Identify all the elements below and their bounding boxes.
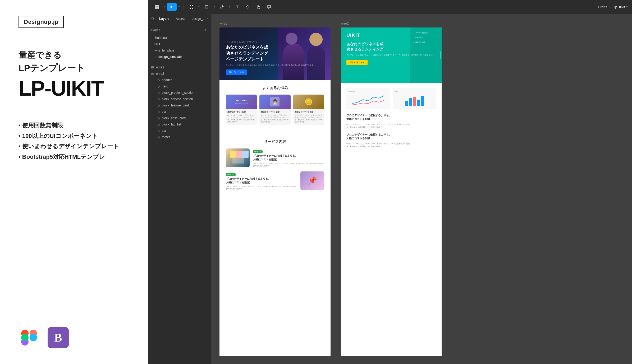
- chart-2: Data: [393, 88, 436, 109]
- card-1-desc: LPテンプレートには、デザインやレイアウトテンプレートに合わせていただき、初心者…: [227, 114, 255, 123]
- feature-item-2: • 100以上のUIコンポーネント: [19, 131, 130, 141]
- tab-layers[interactable]: Layers: [157, 16, 172, 22]
- left-panel: Designup.jp 量産できる LPテンプレート LP-UIKIT • 使用…: [0, 0, 148, 364]
- main-content: Layers Assets design_t... ▾ Pages + thum…: [148, 14, 632, 364]
- frame-wire2-label: wire2: [341, 22, 442, 25]
- layer-block-service[interactable]: ◇ block_service_section: [148, 96, 211, 102]
- tool-components[interactable]: [243, 3, 253, 11]
- svg-point-4: [30, 334, 37, 341]
- page-design-template[interactable]: ✓ design_template: [151, 54, 208, 60]
- wire1-card-3: 🪙 最適なターゲット設定 LPテンプレートには、デザインやレイアウトテンプレート…: [293, 95, 324, 125]
- layer-block-faq[interactable]: ◇ block_faq_list: [148, 121, 211, 128]
- tool-shape[interactable]: [202, 3, 211, 11]
- chart-1: Analytics: [346, 88, 390, 109]
- feature-item-1: • 使用回数無制限: [19, 120, 130, 131]
- tool-move[interactable]: [167, 3, 177, 11]
- design-t-chevron: ▾: [207, 17, 209, 20]
- wire2-section-desc-2: LPテンプレートには、デザインやレイアウトテンプレートに合わせていただ き、初心…: [346, 142, 436, 148]
- headline-underline-text: 量産できる: [19, 49, 62, 61]
- headline-area: 量産できる LPテンプレート LP-UIKIT: [19, 49, 130, 110]
- tool-pen-chevron[interactable]: ▾: [228, 3, 231, 11]
- page-wire-template[interactable]: wire_template: [151, 47, 208, 54]
- pages-label: Pages: [151, 28, 160, 31]
- wire1-hero-content: HTML&CSS BASE TEMPLATE あなたのビジネスを成功させるランデ…: [226, 41, 315, 75]
- page-thumbnail[interactable]: thumbnail: [151, 35, 208, 41]
- badges-row: B: [19, 327, 130, 348]
- svg-rect-5: [155, 5, 157, 7]
- tool-group-main: ▾: [152, 3, 166, 11]
- layer-block-feature[interactable]: ◇ block_feature_card: [148, 102, 211, 109]
- svg-point-19: [152, 17, 154, 19]
- tool-text[interactable]: T: [232, 3, 242, 11]
- svg-rect-12: [193, 5, 193, 6]
- svg-rect-14: [190, 8, 190, 9]
- canvas-area[interactable]: wire1: [212, 14, 632, 364]
- layer-block-case[interactable]: ◇ block_case_card: [148, 115, 211, 121]
- tool-comment[interactable]: [264, 3, 274, 11]
- wire1-cards-grid: ROLUTIVES 最適なターゲット設定 最適なターゲット設定 LPテンプレート…: [226, 95, 324, 125]
- sidebar: Layers Assets design_t... ▾ Pages + thum…: [148, 14, 212, 364]
- diamond-icon-10: ◇: [158, 136, 160, 139]
- svg-rect-24: [417, 100, 420, 106]
- svg-rect-22: [409, 98, 412, 106]
- svg-rect-25: [421, 96, 424, 106]
- layer-header[interactable]: ◇ header: [148, 77, 211, 83]
- pages-add-button[interactable]: +: [203, 27, 208, 32]
- page-check-icon: ✓: [154, 55, 157, 59]
- tool-shape-chevron[interactable]: ▾: [212, 3, 216, 11]
- diamond-icon-6: ◇: [158, 110, 160, 114]
- pages-header: Pages +: [151, 27, 208, 32]
- wire2-hero-btn[interactable]: 詳しくはこちら: [346, 60, 368, 65]
- svg-rect-3: [21, 334, 29, 341]
- hero-badge: HTML&CSS BASE TEMPLATE: [226, 41, 315, 43]
- layer-cta-2[interactable]: ◇ cta: [148, 128, 211, 134]
- service-img-1: [226, 148, 250, 167]
- layers-section: wire1 wire2 ◇ header ◇ hero: [148, 62, 211, 364]
- card-2-desc: LPテンプレートには、デザインやレイアウトテンプレートに合わせていただき、初心者…: [261, 114, 289, 123]
- separator-1: [184, 4, 184, 10]
- card-2-title: 最適なターゲット設定: [261, 111, 289, 113]
- layer-block-problem[interactable]: ◇ block_problem_section: [148, 90, 211, 96]
- svg-rect-8: [157, 7, 159, 9]
- svg-rect-23: [413, 97, 416, 106]
- wire2-section-title: プロのデザイナーに依頼するよりも、大幅にコストを削減: [346, 114, 436, 121]
- feature-item-4: • Bootstrap5対応HTMLテンプレ: [19, 152, 130, 162]
- wire2-hero-desc: テンプレートに依頼するよりも大幅にコストを節減できることで、初心者でも高品質なL…: [346, 54, 436, 57]
- wire1-hero-desc: テンプレートに依頼するよりも大幅にコストを節減できることで、初心者でも高品質なL…: [226, 64, 315, 67]
- diamond-icon-3: ◇: [158, 91, 160, 95]
- sidebar-tabs: Layers Assets design_t... ▾: [148, 14, 211, 24]
- tool-grid-chevron[interactable]: ▾: [162, 3, 166, 11]
- toolbar-breadcrumb: Drafts / lp_uikit ▾: [598, 5, 628, 9]
- wire2-section-title-2: プロのデザイナーに依頼するよりも、大幅にコストを削減: [346, 133, 436, 140]
- frame-wire1-label: wire1: [219, 22, 331, 25]
- wire2-charts-row: Analytics Data: [346, 88, 436, 109]
- tool-pen[interactable]: [217, 3, 227, 11]
- svg-line-20: [153, 19, 154, 20]
- wire1-hero-btn[interactable]: 詳しくはこちら: [226, 69, 247, 75]
- wire1-card-2: 👨‍💼 最適なターゲット設定 LPテンプレートには、デザインやレイアウトテンプレ…: [259, 95, 290, 125]
- layer-wire1[interactable]: wire1: [148, 64, 211, 71]
- layer-wire2[interactable]: wire2: [148, 71, 211, 77]
- tool-frame[interactable]: [186, 3, 196, 11]
- service-1-title: プロのデザイナーに依頼するよりも、大幅にコストを削減: [253, 154, 324, 161]
- brand-name: LP-UIKIT: [19, 78, 130, 99]
- tool-grid[interactable]: [152, 3, 162, 11]
- features-list: • 使用回数無制限 • 100以上のUIコンポーネント • 使いまわせるデザイン…: [19, 120, 130, 162]
- frame-wire2: UIKIT あなたのビジネスを成功させるランディング テンプレートに依頼するより…: [341, 27, 442, 356]
- page-uikit[interactable]: uikit: [151, 41, 208, 47]
- line-chart-svg: [349, 93, 388, 106]
- figma-app: ▾ ▾ ▾ ▾ ▾ T: [148, 0, 632, 364]
- tool-move-chevron[interactable]: ▾: [177, 3, 181, 11]
- frames-row: wire1: [219, 22, 624, 356]
- layer-cta-1[interactable]: ◇ cta: [148, 109, 211, 115]
- tool-frame-chevron[interactable]: ▾: [197, 3, 201, 11]
- tab-assets[interactable]: Assets: [173, 16, 188, 22]
- layer-footer[interactable]: ◇ footer: [148, 134, 211, 140]
- headline-main-text: LPテンプレート: [19, 62, 130, 74]
- svg-rect-21: [405, 101, 408, 106]
- tool-hand[interactable]: [254, 3, 263, 11]
- sidebar-search-icon[interactable]: [151, 17, 154, 21]
- design-t-tab[interactable]: design_t... ▾: [189, 16, 211, 22]
- layer-hero[interactable]: ◇ hero: [148, 83, 211, 90]
- service-1-badge: POINT01: [253, 150, 263, 153]
